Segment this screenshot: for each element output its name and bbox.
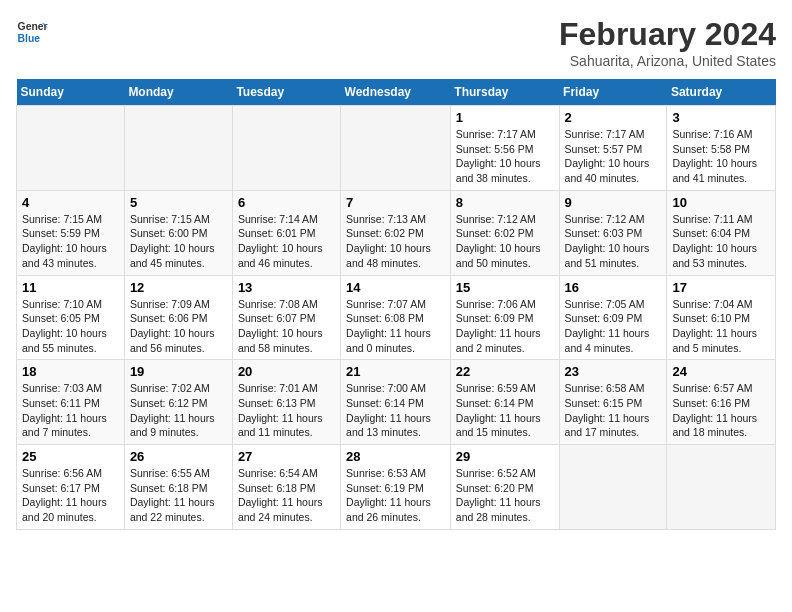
calendar-cell: 19Sunrise: 7:02 AM Sunset: 6:12 PM Dayli… bbox=[124, 360, 232, 445]
calendar-cell: 7Sunrise: 7:13 AM Sunset: 6:02 PM Daylig… bbox=[341, 190, 451, 275]
day-number: 14 bbox=[346, 280, 445, 295]
day-info: Sunrise: 7:17 AM Sunset: 5:56 PM Dayligh… bbox=[456, 127, 554, 186]
day-number: 1 bbox=[456, 110, 554, 125]
page-subtitle: Sahuarita, Arizona, United States bbox=[559, 53, 776, 69]
day-info: Sunrise: 7:08 AM Sunset: 6:07 PM Dayligh… bbox=[238, 297, 335, 356]
calendar-week-1: 1Sunrise: 7:17 AM Sunset: 5:56 PM Daylig… bbox=[17, 106, 776, 191]
calendar-cell: 11Sunrise: 7:10 AM Sunset: 6:05 PM Dayli… bbox=[17, 275, 125, 360]
day-info: Sunrise: 7:02 AM Sunset: 6:12 PM Dayligh… bbox=[130, 381, 227, 440]
day-number: 24 bbox=[672, 364, 770, 379]
day-number: 7 bbox=[346, 195, 445, 210]
column-header-saturday: Saturday bbox=[667, 79, 776, 106]
calendar-cell: 2Sunrise: 7:17 AM Sunset: 5:57 PM Daylig… bbox=[559, 106, 667, 191]
column-header-sunday: Sunday bbox=[17, 79, 125, 106]
calendar-cell: 28Sunrise: 6:53 AM Sunset: 6:19 PM Dayli… bbox=[341, 445, 451, 530]
calendar-cell: 18Sunrise: 7:03 AM Sunset: 6:11 PM Dayli… bbox=[17, 360, 125, 445]
logo: General Blue bbox=[16, 16, 48, 48]
day-info: Sunrise: 6:57 AM Sunset: 6:16 PM Dayligh… bbox=[672, 381, 770, 440]
calendar-cell: 4Sunrise: 7:15 AM Sunset: 5:59 PM Daylig… bbox=[17, 190, 125, 275]
day-number: 15 bbox=[456, 280, 554, 295]
day-info: Sunrise: 6:53 AM Sunset: 6:19 PM Dayligh… bbox=[346, 466, 445, 525]
day-number: 17 bbox=[672, 280, 770, 295]
column-header-wednesday: Wednesday bbox=[341, 79, 451, 106]
calendar-cell bbox=[232, 106, 340, 191]
calendar-cell: 29Sunrise: 6:52 AM Sunset: 6:20 PM Dayli… bbox=[450, 445, 559, 530]
calendar-week-5: 25Sunrise: 6:56 AM Sunset: 6:17 PM Dayli… bbox=[17, 445, 776, 530]
calendar-cell: 8Sunrise: 7:12 AM Sunset: 6:02 PM Daylig… bbox=[450, 190, 559, 275]
day-number: 19 bbox=[130, 364, 227, 379]
day-info: Sunrise: 6:54 AM Sunset: 6:18 PM Dayligh… bbox=[238, 466, 335, 525]
day-info: Sunrise: 7:00 AM Sunset: 6:14 PM Dayligh… bbox=[346, 381, 445, 440]
svg-text:General: General bbox=[18, 21, 48, 32]
day-number: 10 bbox=[672, 195, 770, 210]
day-number: 22 bbox=[456, 364, 554, 379]
calendar-cell bbox=[341, 106, 451, 191]
day-number: 9 bbox=[565, 195, 662, 210]
calendar-table: SundayMondayTuesdayWednesdayThursdayFrid… bbox=[16, 79, 776, 530]
day-number: 21 bbox=[346, 364, 445, 379]
day-info: Sunrise: 7:16 AM Sunset: 5:58 PM Dayligh… bbox=[672, 127, 770, 186]
column-header-monday: Monday bbox=[124, 79, 232, 106]
day-info: Sunrise: 6:59 AM Sunset: 6:14 PM Dayligh… bbox=[456, 381, 554, 440]
calendar-cell: 9Sunrise: 7:12 AM Sunset: 6:03 PM Daylig… bbox=[559, 190, 667, 275]
column-header-friday: Friday bbox=[559, 79, 667, 106]
day-info: Sunrise: 7:06 AM Sunset: 6:09 PM Dayligh… bbox=[456, 297, 554, 356]
day-info: Sunrise: 7:03 AM Sunset: 6:11 PM Dayligh… bbox=[22, 381, 119, 440]
day-info: Sunrise: 7:12 AM Sunset: 6:03 PM Dayligh… bbox=[565, 212, 662, 271]
calendar-cell: 27Sunrise: 6:54 AM Sunset: 6:18 PM Dayli… bbox=[232, 445, 340, 530]
calendar-cell bbox=[17, 106, 125, 191]
day-info: Sunrise: 6:55 AM Sunset: 6:18 PM Dayligh… bbox=[130, 466, 227, 525]
day-info: Sunrise: 7:12 AM Sunset: 6:02 PM Dayligh… bbox=[456, 212, 554, 271]
day-number: 23 bbox=[565, 364, 662, 379]
day-number: 18 bbox=[22, 364, 119, 379]
day-number: 2 bbox=[565, 110, 662, 125]
calendar-cell: 20Sunrise: 7:01 AM Sunset: 6:13 PM Dayli… bbox=[232, 360, 340, 445]
day-number: 29 bbox=[456, 449, 554, 464]
day-number: 4 bbox=[22, 195, 119, 210]
day-info: Sunrise: 7:05 AM Sunset: 6:09 PM Dayligh… bbox=[565, 297, 662, 356]
calendar-cell: 26Sunrise: 6:55 AM Sunset: 6:18 PM Dayli… bbox=[124, 445, 232, 530]
day-number: 16 bbox=[565, 280, 662, 295]
calendar-cell: 22Sunrise: 6:59 AM Sunset: 6:14 PM Dayli… bbox=[450, 360, 559, 445]
calendar-header-row: SundayMondayTuesdayWednesdayThursdayFrid… bbox=[17, 79, 776, 106]
calendar-cell: 21Sunrise: 7:00 AM Sunset: 6:14 PM Dayli… bbox=[341, 360, 451, 445]
day-info: Sunrise: 7:10 AM Sunset: 6:05 PM Dayligh… bbox=[22, 297, 119, 356]
calendar-cell bbox=[559, 445, 667, 530]
day-number: 28 bbox=[346, 449, 445, 464]
day-info: Sunrise: 7:17 AM Sunset: 5:57 PM Dayligh… bbox=[565, 127, 662, 186]
calendar-cell: 16Sunrise: 7:05 AM Sunset: 6:09 PM Dayli… bbox=[559, 275, 667, 360]
day-info: Sunrise: 7:07 AM Sunset: 6:08 PM Dayligh… bbox=[346, 297, 445, 356]
day-number: 26 bbox=[130, 449, 227, 464]
column-header-thursday: Thursday bbox=[450, 79, 559, 106]
day-number: 5 bbox=[130, 195, 227, 210]
day-number: 6 bbox=[238, 195, 335, 210]
day-info: Sunrise: 7:14 AM Sunset: 6:01 PM Dayligh… bbox=[238, 212, 335, 271]
calendar-cell: 15Sunrise: 7:06 AM Sunset: 6:09 PM Dayli… bbox=[450, 275, 559, 360]
day-info: Sunrise: 7:15 AM Sunset: 5:59 PM Dayligh… bbox=[22, 212, 119, 271]
day-info: Sunrise: 6:56 AM Sunset: 6:17 PM Dayligh… bbox=[22, 466, 119, 525]
calendar-cell: 23Sunrise: 6:58 AM Sunset: 6:15 PM Dayli… bbox=[559, 360, 667, 445]
calendar-week-4: 18Sunrise: 7:03 AM Sunset: 6:11 PM Dayli… bbox=[17, 360, 776, 445]
calendar-cell bbox=[667, 445, 776, 530]
calendar-cell: 14Sunrise: 7:07 AM Sunset: 6:08 PM Dayli… bbox=[341, 275, 451, 360]
calendar-cell: 6Sunrise: 7:14 AM Sunset: 6:01 PM Daylig… bbox=[232, 190, 340, 275]
day-info: Sunrise: 7:13 AM Sunset: 6:02 PM Dayligh… bbox=[346, 212, 445, 271]
day-number: 20 bbox=[238, 364, 335, 379]
svg-text:Blue: Blue bbox=[18, 33, 41, 44]
day-info: Sunrise: 7:11 AM Sunset: 6:04 PM Dayligh… bbox=[672, 212, 770, 271]
column-header-tuesday: Tuesday bbox=[232, 79, 340, 106]
day-info: Sunrise: 7:15 AM Sunset: 6:00 PM Dayligh… bbox=[130, 212, 227, 271]
calendar-cell: 25Sunrise: 6:56 AM Sunset: 6:17 PM Dayli… bbox=[17, 445, 125, 530]
day-info: Sunrise: 7:01 AM Sunset: 6:13 PM Dayligh… bbox=[238, 381, 335, 440]
calendar-cell: 5Sunrise: 7:15 AM Sunset: 6:00 PM Daylig… bbox=[124, 190, 232, 275]
calendar-cell: 24Sunrise: 6:57 AM Sunset: 6:16 PM Dayli… bbox=[667, 360, 776, 445]
day-number: 8 bbox=[456, 195, 554, 210]
day-number: 3 bbox=[672, 110, 770, 125]
page-title: February 2024 bbox=[559, 16, 776, 53]
calendar-cell: 12Sunrise: 7:09 AM Sunset: 6:06 PM Dayli… bbox=[124, 275, 232, 360]
calendar-cell: 17Sunrise: 7:04 AM Sunset: 6:10 PM Dayli… bbox=[667, 275, 776, 360]
calendar-cell: 10Sunrise: 7:11 AM Sunset: 6:04 PM Dayli… bbox=[667, 190, 776, 275]
header: General Blue February 2024 Sahuarita, Ar… bbox=[16, 16, 776, 69]
calendar-week-2: 4Sunrise: 7:15 AM Sunset: 5:59 PM Daylig… bbox=[17, 190, 776, 275]
day-number: 12 bbox=[130, 280, 227, 295]
